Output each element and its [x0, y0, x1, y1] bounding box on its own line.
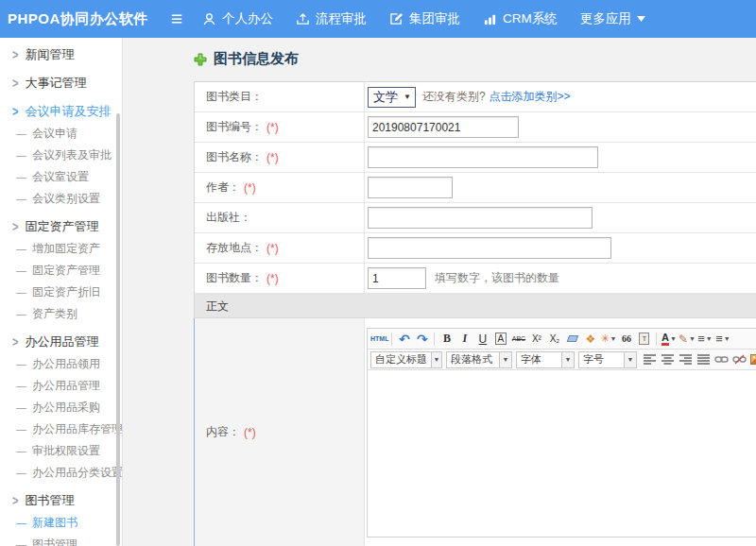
format-brush-button[interactable]: ❖: [581, 331, 599, 348]
custom-title-dropdown[interactable]: 自定义标题▼: [370, 351, 442, 368]
insert-link-button[interactable]: [713, 351, 730, 368]
remove-format-button[interactable]: [563, 331, 581, 348]
editor-content-area[interactable]: [368, 370, 756, 537]
nav-workflow-approval[interactable]: 流程审批: [296, 10, 367, 27]
paragraph-format-dropdown[interactable]: 段落格式▼: [446, 351, 512, 368]
sidebar-item-supplies-purchase[interactable]: —办公用品采购: [0, 397, 122, 418]
form-row-book-name: 图书名称： (*): [195, 143, 756, 173]
sidebar-item-approval-permission[interactable]: —审批权限设置: [0, 440, 122, 462]
sidebar-item-meeting-list[interactable]: —会议列表及审批: [0, 145, 122, 166]
dropdown-arrow-icon: ▼: [706, 335, 713, 342]
sidebar-item-supplies-claim[interactable]: —办公用品领用: [0, 353, 122, 375]
source-code-button[interactable]: HTML: [370, 331, 388, 348]
topbar: PHPOA协同办公软件 ≡ 个人办公 流程审批 集团审批 CRM系统 更多应用: [0, 0, 756, 38]
font-color-button[interactable]: A▼: [660, 331, 678, 348]
dropdown-arrow-icon: ▼: [724, 335, 730, 342]
sidebar-item-asset-add[interactable]: —增加固定资产: [0, 238, 122, 260]
toolbar-separator: [656, 333, 657, 346]
quantity-hint: 填写数字，该图书的数量: [435, 270, 559, 286]
subscript-button[interactable]: X₂: [545, 331, 563, 348]
toolbar-separator: [434, 333, 435, 346]
sidebar-item-supplies-manage[interactable]: —办公用品管理: [0, 375, 122, 397]
sidebar-item-news-management[interactable]: >新闻管理: [0, 43, 122, 66]
italic-button[interactable]: I: [455, 331, 473, 348]
dash-icon: —: [16, 264, 26, 276]
sidebar-item-meeting-room[interactable]: —会议室设置: [0, 166, 122, 188]
blockquote-button[interactable]: 66: [617, 331, 635, 348]
highlight-button[interactable]: ✎▼: [678, 331, 696, 348]
strikethrough-button[interactable]: ABC: [509, 331, 527, 348]
bold-button[interactable]: B: [438, 331, 455, 348]
chevron-right-icon: >: [12, 69, 18, 97]
nav-personal-office[interactable]: 个人办公: [202, 10, 273, 27]
sidebar-item-meeting-management[interactable]: >会议申请及安排: [0, 100, 122, 123]
dash-icon: —: [16, 445, 26, 456]
nav-group-approval[interactable]: 集团审批: [389, 10, 460, 27]
book-no-input[interactable]: [368, 116, 519, 138]
nav-crm-system[interactable]: CRM系统: [483, 10, 558, 27]
quantity-input[interactable]: [368, 267, 426, 289]
label-text: 图书数量：: [206, 270, 263, 286]
editor-toolbar-row-2: 自定义标题▼ 段落格式▼ 字体▼ 字号▼: [368, 350, 756, 370]
sidebar-item-book-new[interactable]: —新建图书: [0, 512, 122, 534]
sidebar-item-book-manage[interactable]: —图书管理: [0, 534, 122, 546]
underline-button[interactable]: U: [473, 331, 491, 348]
unlink-button[interactable]: [730, 351, 748, 368]
dash-icon: —: [16, 308, 26, 319]
publisher-input[interactable]: [368, 207, 593, 229]
insert-image-button[interactable]: [748, 351, 756, 368]
form-row-publisher: 出版社：: [195, 203, 756, 233]
add-category-link[interactable]: 点击添加类别>>: [490, 89, 571, 105]
font-border-button[interactable]: A: [491, 331, 509, 348]
author-input[interactable]: [368, 177, 453, 198]
ordered-list-button[interactable]: ≡▼: [696, 331, 713, 348]
sidebar-item-meeting-apply[interactable]: —会议申请: [0, 123, 122, 145]
sidebar-item-supplies-classify[interactable]: —办公用品分类设置: [0, 462, 122, 484]
align-justify-button[interactable]: [695, 351, 713, 368]
category-hint: 还没有类别?: [422, 89, 486, 105]
book-name-input[interactable]: [368, 146, 598, 168]
auto-typeset-button[interactable]: ✳▼: [599, 331, 617, 348]
align-right-button[interactable]: [677, 351, 695, 368]
required-mark: (*): [266, 272, 279, 285]
field-label: 出版社：: [195, 203, 365, 232]
marker-pen-icon: ✎: [679, 333, 688, 346]
font-size-dropdown[interactable]: 字号▼: [578, 351, 637, 368]
ordered-list-icon: ≡: [697, 332, 705, 346]
unordered-list-icon: ≡: [715, 332, 723, 346]
menu-toggle-icon[interactable]: ≡: [163, 0, 191, 38]
sidebar-item-supplies-inventory[interactable]: —办公用品库存管理: [0, 418, 122, 440]
body-section-header: 正文: [195, 294, 756, 318]
app-logo: PHPOA协同办公软件: [0, 10, 163, 28]
chevron-right-icon: >: [12, 97, 18, 126]
sidebar-item-asset-category[interactable]: —资产类别: [0, 303, 122, 325]
superscript-button[interactable]: X²: [527, 331, 545, 348]
sidebar-item-asset-management[interactable]: >固定资产管理: [0, 215, 122, 238]
font-family-dropdown[interactable]: 字体▼: [516, 351, 575, 368]
dropdown-value: 自定义标题: [371, 352, 431, 367]
align-center-button[interactable]: [659, 351, 677, 368]
top-navigation: 个人办公 流程审批 集团审批 CRM系统 更多应用: [202, 10, 674, 27]
nav-more-apps[interactable]: 更多应用: [580, 10, 651, 27]
sidebar-item-label: 图书管理: [25, 489, 74, 512]
paste-text-button[interactable]: T: [635, 331, 653, 348]
location-input[interactable]: [368, 237, 611, 259]
process-icon: [296, 12, 310, 26]
sidebar-item-label: 资产类别: [32, 307, 77, 320]
caret-down-icon: [637, 16, 645, 22]
dash-icon: —: [16, 149, 26, 161]
align-left-button[interactable]: [641, 351, 659, 368]
unordered-list-button[interactable]: ≡▼: [713, 331, 731, 348]
sidebar-item-asset-depreciation[interactable]: —固定资产折旧: [0, 282, 122, 303]
category-select[interactable]: 文学 ▼: [368, 87, 416, 108]
undo-button[interactable]: ↶: [395, 331, 413, 348]
sidebar-item-book-management[interactable]: >图书管理: [0, 489, 122, 512]
sidebar-item-events-management[interactable]: >大事记管理: [0, 72, 122, 94]
image-icon: [750, 354, 756, 365]
sidebar-item-supplies-management[interactable]: >办公用品管理: [0, 331, 122, 353]
sidebar-item-asset-manage[interactable]: —固定资产管理: [0, 260, 122, 282]
sidebar-scrollbar[interactable]: [116, 113, 120, 546]
magic-wand-icon: ✳: [600, 333, 609, 345]
redo-button[interactable]: ↷: [413, 331, 431, 348]
sidebar-item-meeting-category[interactable]: —会议类别设置: [0, 188, 122, 210]
